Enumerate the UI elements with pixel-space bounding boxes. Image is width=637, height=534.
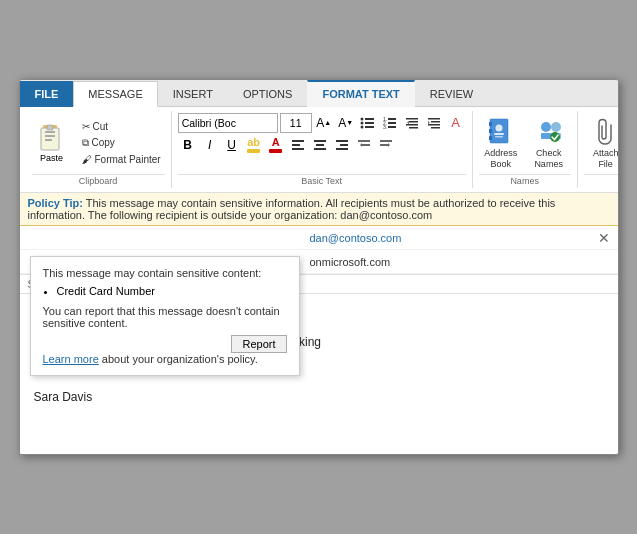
report-button[interactable]: Report (231, 335, 286, 353)
svg-rect-15 (388, 122, 396, 124)
svg-marker-22 (407, 121, 409, 124)
font-color-button[interactable]: A (266, 135, 286, 155)
svg-rect-9 (365, 122, 374, 124)
attach-file-icon-area (590, 116, 619, 148)
policy-tip-label: Policy Tip: (28, 197, 83, 209)
svg-rect-35 (340, 144, 348, 146)
format-painter-button[interactable]: 🖌 Format Painter (78, 152, 165, 167)
remove-recipient-button[interactable]: ✕ (598, 230, 610, 246)
svg-rect-7 (365, 118, 374, 120)
align-left-icon (291, 138, 305, 152)
to-field-row: dan@contoso.com ✕ (20, 226, 618, 250)
clipboard-small-buttons: ✂ Cut ⧉ Copy 🖌 Format Painter (78, 119, 165, 167)
highlight-button[interactable]: ab (244, 135, 264, 155)
align-right-icon (335, 138, 349, 152)
clear-format-button[interactable]: A (446, 113, 466, 133)
basic-text-content: A▲ A▼ (178, 113, 466, 173)
names-content: Address Book (479, 113, 571, 173)
paste-icon (37, 123, 67, 153)
svg-rect-23 (428, 118, 440, 120)
bullet-list-icon (360, 115, 376, 131)
decrease-indent-icon (404, 115, 420, 131)
svg-marker-27 (428, 121, 430, 124)
rtl-button[interactable] (354, 135, 374, 155)
address-book-icon-area (485, 116, 517, 148)
increase-indent-icon (426, 115, 442, 131)
font-row1: A▲ A▼ (178, 113, 466, 133)
svg-rect-41 (380, 144, 388, 146)
popup-footer: Learn more about your organization's pol… (43, 353, 287, 365)
italic-button[interactable]: I (200, 135, 220, 155)
bullet-list-button[interactable] (358, 113, 378, 133)
rtl-icon (357, 138, 371, 152)
basic-text-group: A▲ A▼ (172, 111, 473, 189)
names-label: Names (479, 174, 571, 186)
tab-options[interactable]: OPTIONS (228, 81, 308, 107)
bold-button[interactable]: B (178, 135, 198, 155)
svg-marker-39 (360, 143, 362, 147)
svg-rect-29 (292, 144, 300, 146)
svg-rect-36 (336, 148, 348, 150)
font-name-input[interactable] (178, 113, 278, 133)
cut-button[interactable]: ✂ Cut (78, 119, 165, 134)
clipboard-content: Paste ✂ Cut ⧉ Copy (32, 113, 165, 173)
svg-rect-21 (409, 127, 418, 129)
ltr-button[interactable] (376, 135, 396, 155)
tab-message[interactable]: MESSAGE (73, 81, 157, 107)
copy-icon: ⧉ (82, 137, 89, 149)
font-grow-button[interactable]: A▲ (314, 113, 334, 133)
svg-rect-13 (388, 118, 396, 120)
font-size-input[interactable] (280, 113, 312, 133)
align-center-button[interactable] (310, 135, 330, 155)
underline-button[interactable]: U (222, 135, 242, 155)
check-names-button[interactable]: Check Names (527, 113, 571, 173)
check-names-icon-area (533, 116, 565, 148)
attach-file-button[interactable]: Attach File (584, 113, 619, 173)
paste-label: Paste (40, 153, 63, 163)
tab-review[interactable]: REVIEW (415, 81, 488, 107)
svg-rect-4 (45, 139, 52, 141)
svg-point-10 (360, 125, 363, 128)
font-shrink-button[interactable]: A▼ (336, 113, 356, 133)
align-right-button[interactable] (332, 135, 352, 155)
svg-point-8 (360, 121, 363, 124)
address-book-button[interactable]: Address Book (479, 113, 523, 173)
paste-area: Paste (32, 120, 72, 166)
address-book-icon (486, 117, 516, 147)
svg-rect-46 (489, 136, 492, 140)
tab-file[interactable]: FILE (20, 81, 74, 107)
learn-more-link[interactable]: Learn more (43, 353, 99, 365)
svg-rect-18 (406, 118, 418, 120)
decrease-indent-button[interactable] (402, 113, 422, 133)
increase-indent-button[interactable] (424, 113, 444, 133)
popup-bullet-item: Credit Card Number (57, 285, 287, 297)
paste-button[interactable]: Paste (32, 120, 72, 166)
font-row2: B I U ab A (178, 135, 396, 155)
svg-rect-31 (314, 140, 326, 142)
numbered-list-icon: 1. 2. 3. (382, 115, 398, 131)
policy-tip-text: This message may contain sensitive infor… (28, 197, 556, 221)
copy-button[interactable]: ⧉ Copy (78, 135, 165, 151)
svg-rect-45 (489, 129, 492, 133)
tab-format-text[interactable]: FORMAT TEXT (307, 80, 414, 107)
svg-rect-28 (292, 140, 304, 142)
align-center-icon (313, 138, 327, 152)
align-left-button[interactable] (288, 135, 308, 155)
svg-rect-2 (45, 131, 55, 133)
svg-point-47 (495, 124, 502, 131)
popup-bullets: Credit Card Number (57, 285, 287, 297)
svg-rect-24 (431, 121, 440, 123)
svg-rect-49 (495, 136, 503, 138)
svg-rect-32 (316, 144, 324, 146)
email-signature: Sara Davis (34, 388, 604, 407)
svg-rect-26 (431, 127, 440, 129)
svg-point-52 (551, 122, 561, 132)
svg-rect-44 (489, 122, 492, 126)
svg-rect-33 (314, 148, 326, 150)
tab-insert[interactable]: INSERT (158, 81, 228, 107)
svg-rect-5 (47, 125, 53, 130)
popup-footer-text: about your organization's policy. (102, 353, 258, 365)
numbered-list-button[interactable]: 1. 2. 3. (380, 113, 400, 133)
basic-text-label: Basic Text (178, 174, 466, 186)
svg-rect-34 (336, 140, 348, 142)
